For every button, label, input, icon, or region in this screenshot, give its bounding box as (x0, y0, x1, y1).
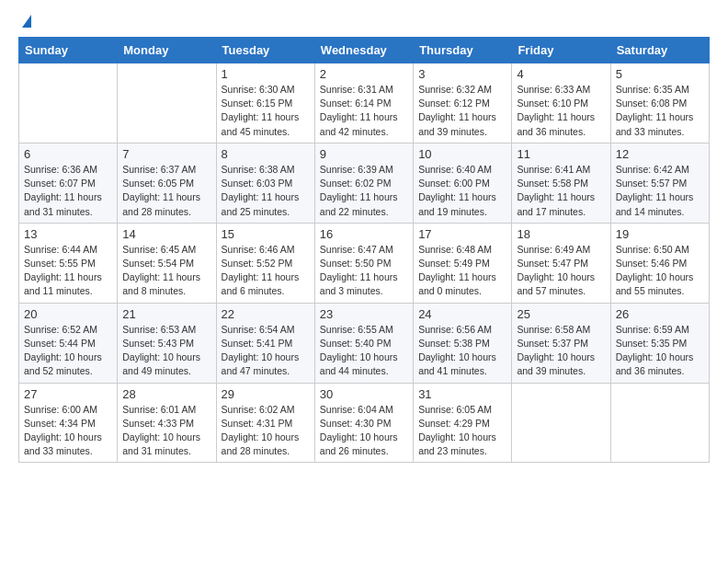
day-info: Sunrise: 6:58 AM Sunset: 5:37 PM Dayligh… (517, 323, 605, 379)
logo-triangle-icon (22, 15, 31, 28)
day-number: 1 (222, 67, 310, 81)
day-number: 9 (320, 147, 408, 161)
day-info: Sunrise: 6:40 AM Sunset: 6:00 PM Dayligh… (418, 163, 506, 219)
day-info: Sunrise: 6:56 AM Sunset: 5:38 PM Dayligh… (418, 323, 506, 379)
day-number: 15 (222, 227, 310, 241)
day-info: Sunrise: 6:04 AM Sunset: 4:30 PM Dayligh… (320, 403, 408, 459)
day-info: Sunrise: 6:01 AM Sunset: 4:33 PM Dayligh… (122, 403, 210, 459)
day-number: 27 (24, 387, 112, 401)
day-info: Sunrise: 6:54 AM Sunset: 5:41 PM Dayligh… (222, 323, 310, 379)
day-number: 28 (122, 387, 210, 401)
day-number: 16 (320, 227, 408, 241)
header (18, 15, 710, 28)
calendar-cell: 20Sunrise: 6:52 AM Sunset: 5:44 PM Dayli… (19, 303, 118, 383)
weekday-header-monday: Monday (118, 38, 216, 63)
day-number: 3 (418, 67, 506, 81)
weekday-header-row: SundayMondayTuesdayWednesdayThursdayFrid… (19, 38, 710, 63)
day-info: Sunrise: 6:46 AM Sunset: 5:52 PM Dayligh… (222, 243, 310, 299)
day-number: 13 (24, 227, 112, 241)
calendar-cell: 31Sunrise: 6:05 AM Sunset: 4:29 PM Dayli… (414, 383, 512, 463)
day-info: Sunrise: 6:44 AM Sunset: 5:55 PM Dayligh… (24, 243, 112, 299)
day-number: 26 (616, 307, 704, 321)
calendar-cell: 27Sunrise: 6:00 AM Sunset: 4:34 PM Dayli… (19, 383, 118, 463)
page: SundayMondayTuesdayWednesdayThursdayFrid… (0, 0, 728, 477)
weekday-header-thursday: Thursday (414, 38, 512, 63)
day-number: 23 (320, 307, 408, 321)
day-number: 31 (418, 387, 506, 401)
calendar-cell: 2Sunrise: 6:31 AM Sunset: 6:14 PM Daylig… (314, 63, 413, 144)
weekday-header-tuesday: Tuesday (216, 38, 314, 63)
calendar-cell (610, 383, 709, 463)
calendar-cell: 18Sunrise: 6:49 AM Sunset: 5:47 PM Dayli… (512, 223, 610, 303)
day-info: Sunrise: 6:39 AM Sunset: 6:02 PM Dayligh… (320, 163, 408, 219)
day-info: Sunrise: 6:48 AM Sunset: 5:49 PM Dayligh… (418, 243, 506, 299)
calendar-cell: 28Sunrise: 6:01 AM Sunset: 4:33 PM Dayli… (118, 383, 216, 463)
day-info: Sunrise: 6:35 AM Sunset: 6:08 PM Dayligh… (616, 83, 704, 139)
calendar-cell: 23Sunrise: 6:55 AM Sunset: 5:40 PM Dayli… (314, 303, 413, 383)
day-info: Sunrise: 6:30 AM Sunset: 6:15 PM Dayligh… (222, 83, 310, 139)
day-number: 5 (616, 67, 704, 81)
calendar-cell: 10Sunrise: 6:40 AM Sunset: 6:00 PM Dayli… (414, 143, 512, 223)
day-number: 22 (222, 307, 310, 321)
day-info: Sunrise: 6:50 AM Sunset: 5:46 PM Dayligh… (616, 243, 704, 299)
day-info: Sunrise: 6:38 AM Sunset: 6:03 PM Dayligh… (222, 163, 310, 219)
day-number: 20 (24, 307, 112, 321)
day-info: Sunrise: 6:41 AM Sunset: 5:58 PM Dayligh… (517, 163, 605, 219)
calendar-cell: 14Sunrise: 6:45 AM Sunset: 5:54 PM Dayli… (118, 223, 216, 303)
calendar-cell: 17Sunrise: 6:48 AM Sunset: 5:49 PM Dayli… (414, 223, 512, 303)
calendar-row: 6Sunrise: 6:36 AM Sunset: 6:07 PM Daylig… (19, 143, 710, 223)
day-number: 7 (122, 147, 210, 161)
calendar-cell: 5Sunrise: 6:35 AM Sunset: 6:08 PM Daylig… (610, 63, 709, 144)
calendar-cell: 4Sunrise: 6:33 AM Sunset: 6:10 PM Daylig… (512, 63, 610, 144)
calendar-cell: 19Sunrise: 6:50 AM Sunset: 5:46 PM Dayli… (610, 223, 709, 303)
calendar-cell: 26Sunrise: 6:59 AM Sunset: 5:35 PM Dayli… (610, 303, 709, 383)
day-info: Sunrise: 6:36 AM Sunset: 6:07 PM Dayligh… (24, 163, 112, 219)
calendar-cell: 12Sunrise: 6:42 AM Sunset: 5:57 PM Dayli… (610, 143, 709, 223)
calendar-cell: 9Sunrise: 6:39 AM Sunset: 6:02 PM Daylig… (314, 143, 413, 223)
day-info: Sunrise: 6:31 AM Sunset: 6:14 PM Dayligh… (320, 83, 408, 139)
day-info: Sunrise: 6:59 AM Sunset: 5:35 PM Dayligh… (616, 323, 704, 379)
day-info: Sunrise: 6:00 AM Sunset: 4:34 PM Dayligh… (24, 403, 112, 459)
day-info: Sunrise: 6:53 AM Sunset: 5:43 PM Dayligh… (122, 323, 210, 379)
day-number: 2 (320, 67, 408, 81)
calendar-cell: 16Sunrise: 6:47 AM Sunset: 5:50 PM Dayli… (314, 223, 413, 303)
calendar-cell (19, 63, 118, 144)
calendar-cell: 30Sunrise: 6:04 AM Sunset: 4:30 PM Dayli… (314, 383, 413, 463)
day-info: Sunrise: 6:32 AM Sunset: 6:12 PM Dayligh… (418, 83, 506, 139)
day-number: 18 (517, 227, 605, 241)
calendar-cell: 3Sunrise: 6:32 AM Sunset: 6:12 PM Daylig… (414, 63, 512, 144)
calendar-cell: 6Sunrise: 6:36 AM Sunset: 6:07 PM Daylig… (19, 143, 118, 223)
day-number: 21 (122, 307, 210, 321)
day-info: Sunrise: 6:37 AM Sunset: 6:05 PM Dayligh… (122, 163, 210, 219)
calendar-cell: 7Sunrise: 6:37 AM Sunset: 6:05 PM Daylig… (118, 143, 216, 223)
day-number: 17 (418, 227, 506, 241)
day-number: 8 (222, 147, 310, 161)
calendar-cell: 24Sunrise: 6:56 AM Sunset: 5:38 PM Dayli… (414, 303, 512, 383)
calendar-cell: 8Sunrise: 6:38 AM Sunset: 6:03 PM Daylig… (216, 143, 314, 223)
day-info: Sunrise: 6:33 AM Sunset: 6:10 PM Dayligh… (517, 83, 605, 139)
day-number: 29 (222, 387, 310, 401)
calendar-row: 20Sunrise: 6:52 AM Sunset: 5:44 PM Dayli… (19, 303, 710, 383)
calendar-cell: 22Sunrise: 6:54 AM Sunset: 5:41 PM Dayli… (216, 303, 314, 383)
day-number: 25 (517, 307, 605, 321)
calendar-cell: 1Sunrise: 6:30 AM Sunset: 6:15 PM Daylig… (216, 63, 314, 144)
day-info: Sunrise: 6:05 AM Sunset: 4:29 PM Dayligh… (418, 403, 506, 459)
calendar-cell: 25Sunrise: 6:58 AM Sunset: 5:37 PM Dayli… (512, 303, 610, 383)
weekday-header-wednesday: Wednesday (314, 38, 413, 63)
weekday-header-friday: Friday (512, 38, 610, 63)
weekday-header-sunday: Sunday (19, 38, 118, 63)
calendar-row: 13Sunrise: 6:44 AM Sunset: 5:55 PM Dayli… (19, 223, 710, 303)
day-info: Sunrise: 6:52 AM Sunset: 5:44 PM Dayligh… (24, 323, 112, 379)
calendar-cell: 29Sunrise: 6:02 AM Sunset: 4:31 PM Dayli… (216, 383, 314, 463)
day-number: 19 (616, 227, 704, 241)
weekday-header-saturday: Saturday (610, 38, 709, 63)
day-number: 30 (320, 387, 408, 401)
calendar-table: SundayMondayTuesdayWednesdayThursdayFrid… (18, 37, 710, 463)
day-number: 24 (418, 307, 506, 321)
day-number: 12 (616, 147, 704, 161)
calendar-cell (118, 63, 216, 144)
day-number: 4 (517, 67, 605, 81)
calendar-cell: 11Sunrise: 6:41 AM Sunset: 5:58 PM Dayli… (512, 143, 610, 223)
calendar-row: 27Sunrise: 6:00 AM Sunset: 4:34 PM Dayli… (19, 383, 710, 463)
day-number: 6 (24, 147, 112, 161)
